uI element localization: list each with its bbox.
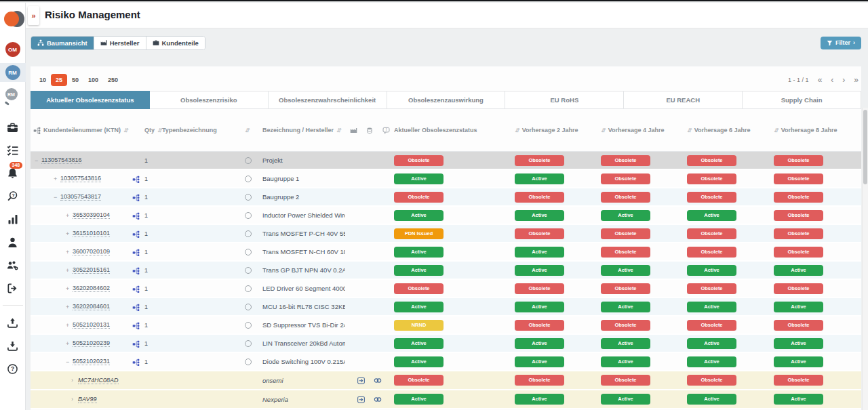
row-expander[interactable]: +	[66, 249, 73, 255]
part-number-link[interactable]: 30522015161	[73, 266, 110, 274]
part-number-link[interactable]: BAV99	[78, 396, 97, 403]
table-row[interactable]: +362020846011MCU 16-bit RL78 CISC 32KB F…	[31, 298, 861, 316]
table-row[interactable]: +305220151611Trans GP BJT NPN 40V 0.2A 3…	[31, 262, 861, 280]
status-ring-icon[interactable]	[245, 304, 252, 310]
status-badge[interactable]: Obsolete	[515, 155, 564, 166]
view-button-kundenteile[interactable]: Kundenteile	[146, 37, 205, 49]
status-ring-icon[interactable]	[245, 358, 252, 365]
status-badge[interactable]: Active	[774, 265, 823, 276]
sidebar-item-search-help[interactable]: ?	[0, 186, 26, 205]
status-ring-icon[interactable]	[245, 267, 252, 274]
sort-icon[interactable]: ⇵	[687, 127, 692, 134]
sidebar-item-upload[interactable]	[0, 313, 26, 332]
column-header-ktn[interactable]: Kundenteilenummer (KTN)	[43, 127, 121, 134]
status-badge[interactable]: Active	[687, 356, 736, 367]
status-badge[interactable]: Active	[515, 356, 564, 367]
sort-icon[interactable]: ⇵	[515, 127, 519, 134]
datasheet-icon[interactable]	[357, 376, 366, 385]
status-badge[interactable]: Active	[515, 338, 564, 349]
status-badge[interactable]: Active	[515, 247, 564, 258]
pagination-next-button[interactable]: ›	[842, 77, 845, 83]
table-row[interactable]: +505210201311SD Suppressor TVS Bi-Dir 24…	[31, 316, 861, 335]
sidebar-item-checklist[interactable]	[0, 140, 26, 159]
sidebar-expand-button[interactable]: »	[28, 6, 39, 25]
status-badge[interactable]: Active	[601, 356, 650, 367]
column-header-typ[interactable]: Typenbezeichnung	[162, 127, 217, 134]
part-number-link[interactable]: 103057543816	[60, 175, 101, 182]
table-row[interactable]: +360070201091Trans MOSFET N-CH 60V 10.6A…	[31, 243, 861, 262]
status-badge[interactable]: Obsolete	[774, 192, 823, 203]
filter-button[interactable]: Filter ›	[821, 37, 861, 49]
status-badge[interactable]: Active	[394, 394, 443, 405]
sidebar-item-help[interactable]: ?	[0, 359, 26, 378]
link-icon[interactable]	[373, 395, 382, 404]
column-header-vorhersage-6[interactable]: Vorhersage 6 Jahre	[694, 127, 751, 134]
status-ring-icon[interactable]	[245, 285, 252, 292]
pagesize-250[interactable]: 250	[103, 74, 123, 86]
status-badge[interactable]: Obsolete	[774, 228, 823, 239]
status-badge[interactable]: Active	[774, 356, 823, 367]
vertical-scrollbar[interactable]	[862, 108, 868, 410]
status-badge[interactable]: Active	[394, 210, 443, 221]
row-expander[interactable]: +	[66, 322, 73, 329]
pagesize-10[interactable]: 10	[35, 74, 51, 86]
status-badge[interactable]: Active	[394, 338, 443, 349]
scrollbar-thumb[interactable]	[863, 110, 867, 184]
status-badge[interactable]: Obsolete	[687, 283, 736, 294]
sidebar-item-toolbox[interactable]	[0, 117, 26, 136]
status-badge[interactable]: Active	[601, 394, 650, 405]
status-badge[interactable]: Obsolete	[687, 228, 736, 239]
status-badge[interactable]: Active	[394, 302, 443, 312]
table-row[interactable]: +365303901041Inductor Power Shielded Wir…	[31, 207, 861, 225]
status-badge[interactable]: Obsolete	[687, 192, 736, 203]
status-badge[interactable]: Active	[774, 302, 823, 312]
table-row[interactable]: ›MC74HC08ADonsemiObsoleteObsoleteObsolet…	[31, 371, 861, 390]
pagesize-25[interactable]: 25	[51, 74, 67, 86]
view-button-baumansicht[interactable]: Baumansicht	[31, 37, 94, 49]
status-badge[interactable]: Obsolete	[515, 283, 564, 294]
status-badge[interactable]: Active	[394, 173, 443, 184]
status-ring-icon[interactable]	[245, 249, 252, 255]
company-logo-icon[interactable]	[0, 5, 26, 33]
pagination-prev-button[interactable]: ‹	[831, 77, 833, 83]
row-expander[interactable]: +	[66, 340, 73, 347]
status-badge[interactable]: Obsolete	[601, 283, 650, 294]
status-badge[interactable]: Obsolete	[601, 320, 650, 331]
status-badge[interactable]: Obsolete	[687, 375, 736, 386]
column-header-qty[interactable]: Qty	[144, 127, 155, 134]
status-badge[interactable]: Obsolete	[774, 375, 823, 386]
table-row[interactable]: +505210202391LIN Transceiver 20kBd Autom…	[31, 335, 861, 353]
pagesize-50[interactable]: 50	[67, 74, 83, 86]
part-number-link[interactable]: 36202084601	[73, 303, 110, 310]
status-badge[interactable]: Active	[601, 210, 650, 221]
status-ring-icon[interactable]	[245, 212, 252, 219]
sidebar-item-logout[interactable]	[0, 279, 26, 298]
table-row[interactable]: +362020846021LED Driver 60 Segment 40000…	[31, 280, 861, 298]
status-badge[interactable]: Active	[774, 394, 823, 405]
factory-icon[interactable]	[350, 127, 357, 134]
status-badge[interactable]: Obsolete	[687, 155, 736, 166]
tab-eu-rohs[interactable]: EU RoHS	[505, 91, 624, 109]
status-badge[interactable]: Active	[515, 210, 564, 221]
column-header-vorhersage-4[interactable]: Vorhersage 4 Jahre	[608, 127, 665, 134]
tab-aktueller-obsoleszenzstatus[interactable]: Aktueller Obsoleszenzstatus	[31, 91, 150, 109]
part-number-link[interactable]: 50521020131	[73, 321, 110, 329]
database-icon[interactable]	[366, 127, 373, 134]
row-expander[interactable]: −	[66, 358, 73, 365]
sort-icon[interactable]: ⇵	[774, 127, 778, 134]
status-badge[interactable]: Obsolete	[394, 283, 443, 294]
status-badge[interactable]: Active	[515, 302, 564, 312]
sort-icon[interactable]: ⇵	[245, 127, 250, 134]
part-number-link[interactable]: 50521020231	[73, 358, 110, 365]
status-badge[interactable]: Active	[601, 338, 650, 349]
row-expander[interactable]: ›	[71, 377, 78, 384]
status-badge[interactable]: Obsolete	[687, 173, 736, 184]
table-row[interactable]: −1130575438161ProjektObsoleteObsoleteObs…	[31, 152, 861, 170]
tab-obsoleszenzauswirkung[interactable]: Obsoleszenzauswirkung	[387, 91, 506, 109]
table-row[interactable]: +361510101011Trans MOSFET P-CH 40V 55A A…	[31, 225, 861, 243]
status-badge[interactable]: PDN Issued	[394, 228, 443, 239]
sidebar-item-om-module[interactable]: OM	[0, 40, 26, 59]
tab-supply-chain[interactable]: Supply Chain	[743, 91, 861, 109]
row-expander[interactable]: −	[35, 157, 41, 164]
column-header-status[interactable]: Aktueller Obsoleszenzstatus	[394, 127, 477, 134]
